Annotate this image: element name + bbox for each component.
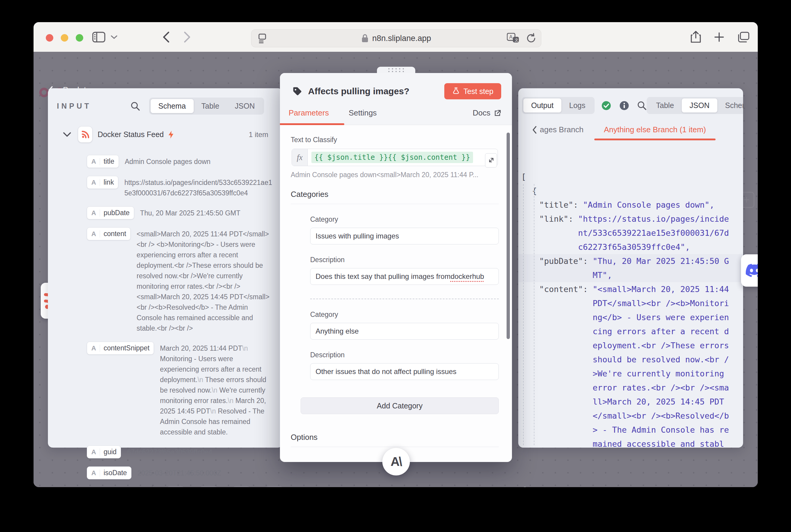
- zoom-out-button[interactable]: [232, 486, 250, 487]
- indent-guide: [523, 184, 523, 445]
- tab-settings[interactable]: Settings: [349, 108, 376, 118]
- field-type-pill[interactable]: Atitle: [87, 155, 119, 168]
- zoom-in-button[interactable]: [199, 486, 217, 487]
- expression-value[interactable]: {{ $json.title }}{{ $json.content }}: [311, 152, 473, 163]
- tidy-up-button[interactable]: [265, 486, 283, 487]
- options-section-title: Options: [291, 433, 499, 447]
- json-line: "link":"https://status.io/pages/incident…: [539, 212, 731, 254]
- info-icon[interactable]: [619, 100, 629, 111]
- close-window-button[interactable]: [46, 34, 53, 42]
- schema-field-row[interactable]: ApubDateThu, 20 Mar 2025 21:45:50 GMT: [87, 207, 274, 219]
- dialog-title: Affects pulling images?: [308, 86, 409, 96]
- address-bar[interactable]: n8n.sliplane.app A文: [251, 29, 541, 47]
- expand-expression-icon[interactable]: [485, 153, 497, 168]
- model-connector-anthropic[interactable]: A\: [382, 448, 410, 475]
- node-settings-dialog: Affects pulling images? Test step Parame…: [280, 73, 512, 462]
- schema-field-row[interactable]: AtitleAdmin Console pages down: [87, 155, 274, 168]
- category-input[interactable]: Issues with pulling images: [310, 228, 499, 245]
- field-type-pill[interactable]: Acontent: [87, 227, 131, 240]
- schema-field-row[interactable]: AisoDate2025-03-20T21:45:50.000Z: [87, 467, 274, 479]
- text-to-classify-label: Text to Classify: [291, 125, 499, 144]
- indent-guide: [534, 184, 534, 445]
- fit-view-button[interactable]: [166, 486, 184, 487]
- field-type-pill[interactable]: Alink: [87, 176, 118, 189]
- description-input[interactable]: Does this text say that pulling images f…: [310, 268, 499, 285]
- tab-schema[interactable]: Schema: [151, 99, 194, 113]
- input-search-icon[interactable]: [131, 101, 140, 111]
- field-type-pill[interactable]: AisoDate: [87, 467, 131, 479]
- json-line: [: [521, 170, 731, 184]
- svg-text:A: A: [509, 34, 513, 39]
- dialog-scrollbar[interactable]: [507, 133, 510, 339]
- branch-tab-previous[interactable]: ages Branch: [532, 125, 584, 140]
- field-value: 67dc62273f65a30539ffc0e4: [127, 445, 212, 457]
- description-label: Description: [310, 256, 499, 264]
- add-category-button[interactable]: Add Category: [300, 397, 499, 414]
- category-separator: [310, 299, 499, 299]
- back-button[interactable]: [162, 22, 170, 52]
- input-node-row[interactable]: Docker Status Feed 1 item: [48, 115, 283, 142]
- expression-preview: Admin Console pages down<small>March 20,…: [291, 171, 499, 179]
- tab-out-schema[interactable]: Schema: [717, 98, 743, 113]
- url-text: n8n.sliplane.app: [372, 34, 431, 43]
- field-value: 2025-03-20T21:45:50.000Z: [137, 467, 221, 478]
- forward-button[interactable]: [183, 22, 191, 52]
- field-type-pill[interactable]: Aguid: [87, 445, 121, 458]
- sidebar-toggle-icon[interactable]: [92, 22, 105, 52]
- field-type-pill[interactable]: ApubDate: [87, 207, 134, 219]
- sidebar-chevron-icon[interactable]: [111, 22, 117, 52]
- description-input[interactable]: Other issues that do not affect pulling …: [310, 363, 499, 380]
- output-json-view[interactable]: [{"title":"Admin Console pages down","li…: [518, 166, 743, 448]
- tab-out-json[interactable]: JSON: [682, 98, 717, 113]
- flask-icon: [452, 87, 460, 95]
- canvas-toolbar: [166, 486, 283, 487]
- zoom-window-button[interactable]: [76, 34, 83, 42]
- input-panel: INPUT Schema Table JSON Docker Status Fe…: [48, 88, 283, 448]
- schema-field-row[interactable]: Aguid67dc62273f65a30539ffc0e4: [87, 445, 274, 458]
- new-tab-icon[interactable]: [714, 32, 724, 42]
- tabs-overview-icon[interactable]: [737, 32, 749, 42]
- docs-link[interactable]: Docs: [473, 108, 501, 118]
- browser-window: n8n.sliplane.app A文: [34, 22, 758, 487]
- tab-output[interactable]: Output: [523, 98, 562, 113]
- field-value: <small>March 20, 2025 11:44 PDT</small><…: [136, 227, 274, 334]
- schema-field-list: AtitleAdmin Console pages downAlinkhttps…: [48, 142, 283, 479]
- spellcheck-word: dockerhub: [450, 272, 484, 281]
- schema-field-row[interactable]: Acontent<small>March 20, 2025 11:44 PDT<…: [87, 227, 274, 334]
- tab-logs[interactable]: Logs: [562, 98, 593, 113]
- test-step-button[interactable]: Test step: [444, 83, 501, 99]
- translate-icon[interactable]: A文: [507, 33, 519, 44]
- discord-button[interactable]: [741, 254, 758, 287]
- lightbulb-icon: [521, 486, 529, 487]
- input-item-count: 1 item: [249, 131, 268, 139]
- output-search-icon[interactable]: [637, 101, 647, 110]
- field-value: Thu, 20 Mar 2025 21:45:50 GMT: [140, 207, 240, 218]
- category-input[interactable]: Anything else: [310, 323, 499, 340]
- chevron-down-icon[interactable]: [63, 132, 71, 137]
- tab-parameters[interactable]: Parameters: [289, 108, 329, 118]
- text-to-classify-input[interactable]: fx {{ $json.title }}{{ $json.content }}: [292, 149, 498, 166]
- node-feedback-link[interactable]: I wish this node would...: [521, 486, 613, 487]
- traffic-lights[interactable]: [46, 34, 83, 42]
- description-label: Description: [310, 351, 499, 359]
- category-label: Category: [310, 310, 499, 319]
- tab-out-table[interactable]: Table: [648, 98, 682, 113]
- fx-badge: fx: [292, 149, 308, 166]
- json-line: "content":"<small>March 20, 2025 11:44 P…: [539, 282, 731, 448]
- reload-icon[interactable]: [526, 33, 536, 44]
- schema-field-row[interactable]: AcontentSnippetMarch 20, 2025 11:44 PDT\…: [87, 342, 274, 437]
- field-type-pill[interactable]: AcontentSnippet: [87, 342, 154, 355]
- json-line: "title":"Admin Console pages down",: [539, 198, 731, 212]
- json-line: "pubDate":"Thu, 20 Mar 2025 21:45:50 GMT…: [518, 254, 743, 282]
- chevron-left-icon[interactable]: [532, 126, 537, 134]
- minimize-window-button[interactable]: [61, 34, 68, 42]
- dialog-body: Text to Classify fx {{ $json.title }}{{ …: [280, 125, 512, 451]
- branch-tab-active[interactable]: Anything else Branch (1 item): [594, 125, 716, 140]
- tab-table[interactable]: Table: [194, 99, 227, 113]
- dialog-drag-handle[interactable]: [377, 67, 415, 73]
- discord-icon: [745, 263, 758, 278]
- share-icon[interactable]: [691, 31, 701, 43]
- tab-json[interactable]: JSON: [227, 99, 262, 113]
- pinned-bolt-icon: [168, 131, 174, 139]
- schema-field-row[interactable]: Alinkhttps://status.io/pages/incident/53…: [87, 176, 274, 198]
